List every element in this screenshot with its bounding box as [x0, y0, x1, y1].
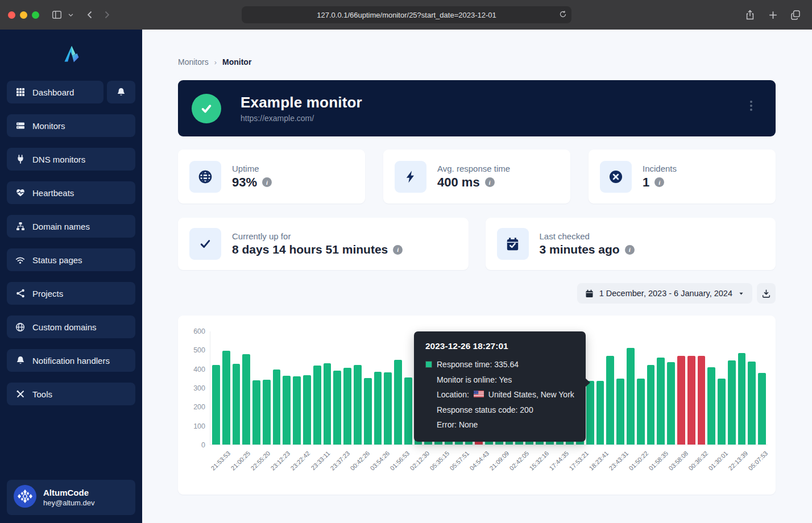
sidebar-item-status-pages[interactable]: Status pages — [7, 248, 135, 271]
download-chart-button[interactable] — [757, 283, 776, 304]
chart-bar-up[interactable] — [647, 365, 655, 445]
chart-bar-up[interactable] — [657, 358, 665, 445]
chart-bar-up[interactable] — [364, 378, 372, 445]
chart-bar-up[interactable] — [233, 364, 241, 445]
x-tick-label: 18:23:41 — [589, 445, 608, 480]
monitor-menu-button[interactable] — [747, 101, 755, 111]
sidebar-item-tools[interactable]: Tools — [7, 383, 135, 405]
chart-bar-up[interactable] — [283, 376, 291, 445]
chart-bar-up[interactable] — [586, 381, 594, 445]
breadcrumb: Monitors › Monitor — [178, 57, 776, 67]
chart-bar-down[interactable] — [698, 356, 706, 445]
chart-bar-up[interactable] — [627, 348, 635, 445]
sidebar-item-label: Tools — [32, 389, 52, 399]
sidebar: Dashboard MonitorsDNS monitorsHeartbeats… — [0, 30, 142, 523]
back-button[interactable] — [81, 6, 98, 23]
address-bar[interactable]: 127.0.0.1/66uptime/monitor/25?start_date… — [242, 6, 571, 23]
wifi-icon — [15, 255, 25, 265]
minimize-window-button[interactable] — [20, 11, 27, 19]
chart-bar-up[interactable] — [324, 363, 332, 445]
sidebar-toggle-icon[interactable] — [48, 6, 65, 23]
chart-bar-up[interactable] — [758, 373, 766, 445]
chart-bar-up[interactable] — [596, 381, 604, 445]
bolt-icon — [395, 161, 426, 193]
share-icon[interactable] — [741, 6, 759, 23]
info-icon[interactable]: i — [393, 245, 403, 255]
x-tick-label: 00:36:32 — [688, 445, 708, 480]
chart-bar-up[interactable] — [354, 365, 362, 445]
chart-bar-up[interactable] — [606, 356, 614, 445]
chart-bar-up[interactable] — [728, 360, 736, 445]
x-tick-label: 04:54:43 — [469, 445, 489, 480]
chart-bar-up[interactable] — [616, 379, 624, 445]
plug-icon — [15, 155, 25, 164]
tooltip-timestamp: 2023-12-26 18:27:01 — [425, 341, 574, 351]
x-tick-label: 21:53:53 — [210, 445, 230, 480]
calendar-icon — [585, 289, 594, 298]
tooltip-status-code: Response status code: 200 — [425, 402, 574, 418]
new-tab-icon[interactable] — [764, 6, 781, 23]
sidebar-item-label: Heartbeats — [32, 188, 74, 198]
info-icon[interactable]: i — [485, 177, 495, 187]
chart-bar-up[interactable] — [313, 366, 321, 445]
tab-overview-icon[interactable] — [787, 6, 804, 23]
info-icon[interactable]: i — [654, 177, 664, 187]
sidebar-item-domain-names[interactable]: Domain names — [7, 215, 135, 238]
sidebar-item-notification-handlers[interactable]: Notification handlers — [7, 349, 135, 372]
account-card[interactable]: AltumCode hey@altum.dev — [7, 480, 135, 515]
info-icon[interactable]: i — [262, 177, 272, 187]
network-icon — [15, 289, 25, 298]
reload-icon[interactable] — [559, 10, 567, 20]
tooltip-error: Error: None — [425, 417, 574, 433]
monitor-title: Example monitor — [241, 94, 362, 111]
chevron-down-icon[interactable] — [65, 6, 76, 23]
x-tick-label: 01:56:53 — [390, 445, 409, 480]
info-icon[interactable]: i — [625, 245, 635, 255]
sidebar-item-monitors[interactable]: Monitors — [7, 114, 135, 137]
chart-bar-up[interactable] — [718, 379, 726, 445]
zoom-window-button[interactable] — [32, 11, 39, 19]
chart-y-axis: 6005004003002001000 — [189, 331, 210, 445]
sidebar-item-label: DNS monitors — [32, 155, 85, 164]
chart-bar-up[interactable] — [394, 360, 402, 445]
sidebar-item-heartbeats[interactable]: Heartbeats — [7, 181, 135, 204]
x-tick-label: 00:42:26 — [350, 445, 370, 480]
chart-bar-up[interactable] — [404, 377, 412, 445]
chart-bar-up[interactable] — [748, 362, 756, 445]
chart-bar-up[interactable] — [222, 351, 230, 445]
tooltip-location-label: Location: — [437, 387, 469, 402]
chart-bar-up[interactable] — [252, 380, 260, 445]
chart-bar-down[interactable] — [687, 356, 695, 445]
chart-bar-up[interactable] — [707, 367, 715, 445]
sidebar-item-dashboard[interactable]: Dashboard — [7, 81, 103, 103]
stat-value: 1 — [643, 175, 649, 190]
sidebar-item-projects[interactable]: Projects — [7, 282, 135, 305]
chart-bar-up[interactable] — [738, 353, 746, 445]
date-range-picker[interactable]: 1 December, 2023 - 6 January, 2024 — [577, 283, 752, 304]
app-logo[interactable] — [0, 41, 142, 67]
chart-bar-up[interactable] — [242, 354, 250, 445]
chevron-right-icon: › — [214, 58, 217, 67]
chart-bar-up[interactable] — [263, 380, 271, 445]
chart-bar-down[interactable] — [677, 356, 685, 445]
breadcrumb-monitors-link[interactable]: Monitors — [178, 57, 209, 67]
chart-bar-up[interactable] — [343, 368, 351, 445]
forward-button[interactable] — [98, 6, 115, 23]
sidebar-item-dns-monitors[interactable]: DNS monitors — [7, 148, 135, 171]
chart-bar-up[interactable] — [374, 372, 382, 445]
stat-label: Incidents — [643, 164, 677, 173]
sidebar-item-custom-domains[interactable]: Custom domains — [7, 316, 135, 338]
chart-bar-up[interactable] — [667, 362, 675, 445]
close-window-button[interactable] — [8, 11, 15, 19]
chart-bar-up[interactable] — [303, 375, 311, 445]
stats-row-primary: Uptime93%iAvg. response time400 msiIncid… — [178, 150, 776, 204]
account-name: AltumCode — [43, 488, 95, 497]
chart-bar-up[interactable] — [637, 379, 645, 445]
chart-bar-up[interactable] — [384, 372, 392, 445]
chart-bar-up[interactable] — [293, 376, 301, 445]
chart-bar-up[interactable] — [273, 370, 281, 445]
chart-bar-up[interactable] — [212, 365, 220, 445]
notifications-button[interactable] — [107, 81, 135, 103]
chart-bar-up[interactable] — [333, 371, 341, 445]
monitor-url: https://example.com/ — [241, 114, 362, 123]
